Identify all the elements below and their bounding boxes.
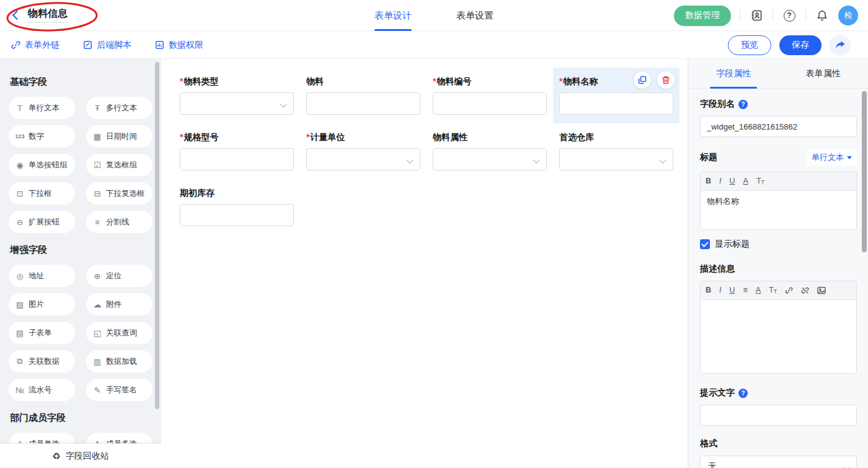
- share-button[interactable]: [830, 35, 851, 56]
- preferred-warehouse-select[interactable]: [559, 148, 673, 170]
- palette-item-divider[interactable]: ≡分割线: [86, 211, 153, 233]
- form-field-material[interactable]: 物料: [300, 68, 427, 123]
- radio-icon: ◉: [15, 161, 25, 170]
- description-editor-content[interactable]: [701, 300, 856, 373]
- bold-button[interactable]: B: [706, 286, 711, 294]
- palette-item-subform[interactable]: ▤子表单: [9, 322, 75, 344]
- palette-item-datetime[interactable]: ▦日期时间: [86, 125, 153, 148]
- pen-icon: ✎: [92, 386, 102, 395]
- palette-item-signature[interactable]: ✎手写签名: [86, 379, 153, 401]
- data-permission-button[interactable]: 数据权限: [155, 40, 203, 51]
- form-field-material-type[interactable]: *物料类型: [174, 68, 300, 123]
- sidebar-scrollbar[interactable]: [155, 62, 159, 409]
- multi-line-text-icon: Ŧ: [92, 104, 102, 113]
- font-size-button[interactable]: TT: [756, 177, 764, 185]
- dropdown-multi-icon: ⊟: [92, 189, 102, 198]
- spec-model-input[interactable]: [180, 148, 294, 170]
- field-type-dropdown[interactable]: 单行文本: [807, 149, 857, 166]
- number-icon: 123: [15, 133, 25, 139]
- contacts-icon[interactable]: [749, 8, 764, 23]
- divider-icon: ≡: [92, 218, 102, 227]
- chart-bars-icon: ▥: [92, 357, 102, 366]
- linked-data-icon: ⧉: [15, 356, 25, 366]
- placeholder-input[interactable]: [700, 405, 857, 426]
- preview-button[interactable]: 预览: [728, 35, 771, 55]
- script-icon: [83, 40, 92, 50]
- permission-icon: [155, 40, 164, 50]
- font-size-button[interactable]: TT: [769, 286, 777, 294]
- material-name-input[interactable]: [559, 92, 673, 115]
- placeholder-help-icon[interactable]: ?: [738, 389, 748, 398]
- form-field-spec-model[interactable]: *规格型号: [174, 123, 300, 179]
- palette-item-location[interactable]: ⊕定位: [86, 265, 153, 287]
- font-color-button[interactable]: A: [743, 177, 748, 185]
- image-icon: [817, 286, 826, 294]
- field-recycle-bin-button[interactable]: ♻ 字段回收站: [0, 443, 161, 468]
- palette-item-data-load[interactable]: ▥数据加载: [86, 350, 153, 373]
- palette-item-attachment[interactable]: ☁附件: [86, 293, 153, 316]
- bold-button[interactable]: B: [706, 177, 711, 185]
- palette-item-linked-query[interactable]: ◱关联查询: [86, 322, 153, 344]
- palette-item-single-line-text[interactable]: T单行文本: [9, 97, 75, 119]
- material-input[interactable]: [306, 92, 420, 115]
- palette-item-multi-line-text[interactable]: Ŧ多行文本: [86, 97, 153, 119]
- form-field-material-name[interactable]: *物料名称: [553, 68, 680, 123]
- palette-item-number[interactable]: 123数字: [9, 125, 75, 148]
- delete-field-button[interactable]: [657, 71, 675, 89]
- backend-script-button[interactable]: 后端脚本: [83, 40, 131, 51]
- form-field-opening-stock[interactable]: 期初库存: [174, 179, 300, 235]
- user-avatar[interactable]: 检: [838, 6, 858, 25]
- notification-bell-icon[interactable]: [815, 8, 830, 23]
- help-icon[interactable]: ?: [782, 8, 797, 23]
- underline-button[interactable]: U: [730, 177, 735, 185]
- format-select[interactable]: 无: [700, 456, 857, 468]
- italic-button[interactable]: I: [719, 177, 721, 185]
- title-editor-content[interactable]: 物料名称: [701, 191, 856, 229]
- unlink-icon: [801, 286, 809, 294]
- form-field-preferred-warehouse[interactable]: 首选仓库: [553, 123, 680, 179]
- palette-item-multi-select[interactable]: ⊟下拉复选框: [86, 182, 153, 205]
- unit-select[interactable]: [306, 148, 420, 170]
- data-manage-button[interactable]: 数据管理: [674, 6, 731, 26]
- palette-item-image[interactable]: ▨图片: [9, 293, 75, 316]
- material-code-input[interactable]: [433, 92, 547, 115]
- form-field-unit[interactable]: *计量单位: [300, 123, 427, 179]
- copy-field-button[interactable]: [634, 71, 651, 89]
- form-field-material-attr[interactable]: 物料属性: [427, 123, 553, 179]
- form-toolbar: 表单外链 后端脚本 数据权限 预览 保存: [0, 31, 868, 59]
- palette-item-address[interactable]: ◎地址: [9, 265, 75, 287]
- palette-item-extend-button[interactable]: ⊖扩展按钮: [9, 211, 75, 233]
- divider: [805, 10, 806, 21]
- tab-form-settings[interactable]: 表单设置: [456, 0, 494, 31]
- font-color-button[interactable]: A: [756, 286, 761, 294]
- placeholder-label: 提示文字 ?: [700, 387, 857, 399]
- palette-item-checkbox-group[interactable]: ☑复选框组: [86, 154, 153, 176]
- tab-form-properties[interactable]: 表单属性: [779, 59, 868, 88]
- form-canvas[interactable]: *物料类型 物料 *物料编号 *物料名称: [161, 59, 688, 468]
- palette-item-select[interactable]: ⊡下拉框: [9, 182, 75, 205]
- format-label: 格式: [700, 438, 857, 449]
- italic-button[interactable]: I: [719, 286, 721, 294]
- material-attr-select[interactable]: [433, 148, 547, 170]
- field-alias-input[interactable]: [700, 116, 857, 137]
- insert-image-button[interactable]: [817, 286, 826, 294]
- field-alias-help-icon[interactable]: ?: [738, 100, 748, 109]
- palette-item-radio-group[interactable]: ◉单选按钮组: [9, 154, 75, 176]
- form-field-material-code[interactable]: *物料编号: [427, 68, 553, 123]
- extend-button-icon: ⊖: [15, 218, 25, 227]
- palette-item-linked-data[interactable]: ⧉关联数据: [9, 350, 75, 373]
- insert-link-button[interactable]: [785, 286, 793, 294]
- material-type-select[interactable]: [180, 92, 294, 115]
- link-icon: [785, 286, 793, 294]
- show-title-checkbox[interactable]: [700, 239, 710, 249]
- palette-item-serial-number[interactable]: №流水号: [9, 379, 75, 401]
- tab-form-design[interactable]: 表单设计: [374, 0, 412, 31]
- tab-field-properties[interactable]: 字段属性: [689, 59, 779, 88]
- opening-stock-input[interactable]: [180, 204, 294, 226]
- external-link-button[interactable]: 表单外链: [11, 40, 60, 51]
- panel-scrollbar[interactable]: [862, 91, 867, 252]
- underline-button[interactable]: U: [730, 286, 735, 294]
- save-button[interactable]: 保存: [779, 35, 822, 55]
- remove-link-button[interactable]: [801, 286, 809, 294]
- align-button[interactable]: ≡: [743, 286, 748, 294]
